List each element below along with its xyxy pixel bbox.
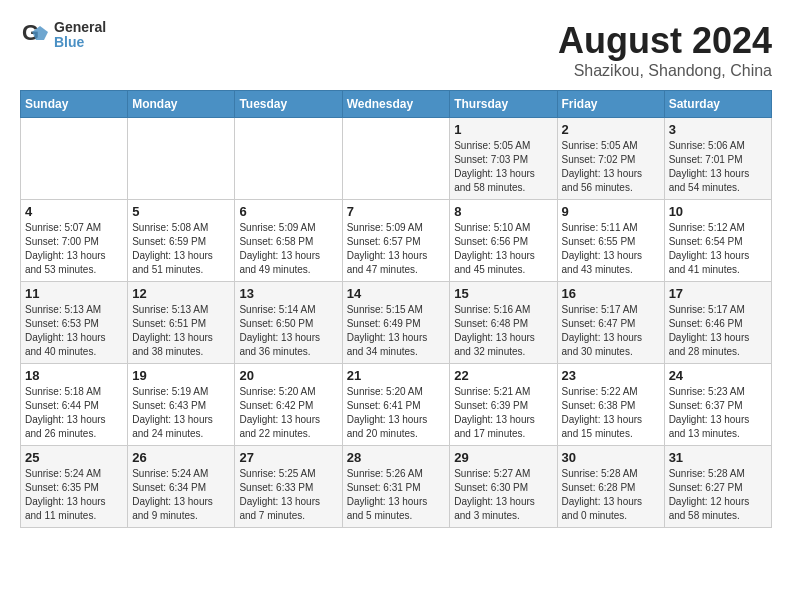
day-number: 9 [562, 204, 660, 219]
calendar-cell: 28Sunrise: 5:26 AM Sunset: 6:31 PM Dayli… [342, 446, 450, 528]
cell-content: Sunrise: 5:19 AM Sunset: 6:43 PM Dayligh… [132, 385, 230, 441]
cell-content: Sunrise: 5:17 AM Sunset: 6:46 PM Dayligh… [669, 303, 767, 359]
calendar-cell: 17Sunrise: 5:17 AM Sunset: 6:46 PM Dayli… [664, 282, 771, 364]
cell-content: Sunrise: 5:12 AM Sunset: 6:54 PM Dayligh… [669, 221, 767, 277]
calendar-cell: 13Sunrise: 5:14 AM Sunset: 6:50 PM Dayli… [235, 282, 342, 364]
weekday-header: Wednesday [342, 91, 450, 118]
logo-icon: G [20, 20, 50, 50]
weekday-header: Saturday [664, 91, 771, 118]
day-number: 25 [25, 450, 123, 465]
calendar-cell: 3Sunrise: 5:06 AM Sunset: 7:01 PM Daylig… [664, 118, 771, 200]
calendar-cell [21, 118, 128, 200]
calendar-cell: 7Sunrise: 5:09 AM Sunset: 6:57 PM Daylig… [342, 200, 450, 282]
day-number: 3 [669, 122, 767, 137]
day-number: 17 [669, 286, 767, 301]
weekday-header: Thursday [450, 91, 557, 118]
day-number: 13 [239, 286, 337, 301]
day-number: 14 [347, 286, 446, 301]
cell-content: Sunrise: 5:06 AM Sunset: 7:01 PM Dayligh… [669, 139, 767, 195]
logo-line1: General [54, 20, 106, 35]
day-number: 27 [239, 450, 337, 465]
day-number: 19 [132, 368, 230, 383]
day-number: 30 [562, 450, 660, 465]
day-number: 16 [562, 286, 660, 301]
cell-content: Sunrise: 5:24 AM Sunset: 6:34 PM Dayligh… [132, 467, 230, 523]
calendar-week: 11Sunrise: 5:13 AM Sunset: 6:53 PM Dayli… [21, 282, 772, 364]
calendar-cell: 10Sunrise: 5:12 AM Sunset: 6:54 PM Dayli… [664, 200, 771, 282]
calendar-cell: 30Sunrise: 5:28 AM Sunset: 6:28 PM Dayli… [557, 446, 664, 528]
cell-content: Sunrise: 5:20 AM Sunset: 6:41 PM Dayligh… [347, 385, 446, 441]
cell-content: Sunrise: 5:17 AM Sunset: 6:47 PM Dayligh… [562, 303, 660, 359]
calendar-cell: 6Sunrise: 5:09 AM Sunset: 6:58 PM Daylig… [235, 200, 342, 282]
day-number: 7 [347, 204, 446, 219]
cell-content: Sunrise: 5:15 AM Sunset: 6:49 PM Dayligh… [347, 303, 446, 359]
day-number: 24 [669, 368, 767, 383]
calendar-cell: 26Sunrise: 5:24 AM Sunset: 6:34 PM Dayli… [128, 446, 235, 528]
cell-content: Sunrise: 5:26 AM Sunset: 6:31 PM Dayligh… [347, 467, 446, 523]
calendar-cell: 27Sunrise: 5:25 AM Sunset: 6:33 PM Dayli… [235, 446, 342, 528]
day-number: 28 [347, 450, 446, 465]
day-number: 29 [454, 450, 552, 465]
calendar-cell: 18Sunrise: 5:18 AM Sunset: 6:44 PM Dayli… [21, 364, 128, 446]
cell-content: Sunrise: 5:23 AM Sunset: 6:37 PM Dayligh… [669, 385, 767, 441]
day-number: 4 [25, 204, 123, 219]
calendar-cell: 12Sunrise: 5:13 AM Sunset: 6:51 PM Dayli… [128, 282, 235, 364]
cell-content: Sunrise: 5:09 AM Sunset: 6:58 PM Dayligh… [239, 221, 337, 277]
cell-content: Sunrise: 5:10 AM Sunset: 6:56 PM Dayligh… [454, 221, 552, 277]
cell-content: Sunrise: 5:13 AM Sunset: 6:51 PM Dayligh… [132, 303, 230, 359]
calendar-cell: 4Sunrise: 5:07 AM Sunset: 7:00 PM Daylig… [21, 200, 128, 282]
weekday-header: Monday [128, 91, 235, 118]
calendar-cell: 5Sunrise: 5:08 AM Sunset: 6:59 PM Daylig… [128, 200, 235, 282]
calendar-cell: 9Sunrise: 5:11 AM Sunset: 6:55 PM Daylig… [557, 200, 664, 282]
calendar-cell: 1Sunrise: 5:05 AM Sunset: 7:03 PM Daylig… [450, 118, 557, 200]
cell-content: Sunrise: 5:07 AM Sunset: 7:00 PM Dayligh… [25, 221, 123, 277]
day-number: 31 [669, 450, 767, 465]
day-number: 5 [132, 204, 230, 219]
calendar-cell: 22Sunrise: 5:21 AM Sunset: 6:39 PM Dayli… [450, 364, 557, 446]
location: Shazikou, Shandong, China [558, 62, 772, 80]
cell-content: Sunrise: 5:11 AM Sunset: 6:55 PM Dayligh… [562, 221, 660, 277]
month-year: August 2024 [558, 20, 772, 62]
cell-content: Sunrise: 5:28 AM Sunset: 6:28 PM Dayligh… [562, 467, 660, 523]
logo-text: General Blue [54, 20, 106, 51]
calendar-cell: 15Sunrise: 5:16 AM Sunset: 6:48 PM Dayli… [450, 282, 557, 364]
day-number: 15 [454, 286, 552, 301]
day-number: 12 [132, 286, 230, 301]
cell-content: Sunrise: 5:05 AM Sunset: 7:03 PM Dayligh… [454, 139, 552, 195]
calendar-cell: 8Sunrise: 5:10 AM Sunset: 6:56 PM Daylig… [450, 200, 557, 282]
calendar-cell: 2Sunrise: 5:05 AM Sunset: 7:02 PM Daylig… [557, 118, 664, 200]
calendar-cell: 31Sunrise: 5:28 AM Sunset: 6:27 PM Dayli… [664, 446, 771, 528]
day-number: 23 [562, 368, 660, 383]
cell-content: Sunrise: 5:16 AM Sunset: 6:48 PM Dayligh… [454, 303, 552, 359]
weekday-header: Sunday [21, 91, 128, 118]
calendar-week: 4Sunrise: 5:07 AM Sunset: 7:00 PM Daylig… [21, 200, 772, 282]
day-number: 11 [25, 286, 123, 301]
calendar-cell: 16Sunrise: 5:17 AM Sunset: 6:47 PM Dayli… [557, 282, 664, 364]
calendar: SundayMondayTuesdayWednesdayThursdayFrid… [20, 90, 772, 528]
calendar-cell [342, 118, 450, 200]
cell-content: Sunrise: 5:20 AM Sunset: 6:42 PM Dayligh… [239, 385, 337, 441]
cell-content: Sunrise: 5:14 AM Sunset: 6:50 PM Dayligh… [239, 303, 337, 359]
cell-content: Sunrise: 5:25 AM Sunset: 6:33 PM Dayligh… [239, 467, 337, 523]
calendar-cell: 11Sunrise: 5:13 AM Sunset: 6:53 PM Dayli… [21, 282, 128, 364]
logo: G General Blue [20, 20, 106, 51]
calendar-cell: 21Sunrise: 5:20 AM Sunset: 6:41 PM Dayli… [342, 364, 450, 446]
calendar-cell [128, 118, 235, 200]
calendar-cell: 14Sunrise: 5:15 AM Sunset: 6:49 PM Dayli… [342, 282, 450, 364]
calendar-body: 1Sunrise: 5:05 AM Sunset: 7:03 PM Daylig… [21, 118, 772, 528]
calendar-week: 25Sunrise: 5:24 AM Sunset: 6:35 PM Dayli… [21, 446, 772, 528]
day-number: 18 [25, 368, 123, 383]
cell-content: Sunrise: 5:08 AM Sunset: 6:59 PM Dayligh… [132, 221, 230, 277]
cell-content: Sunrise: 5:21 AM Sunset: 6:39 PM Dayligh… [454, 385, 552, 441]
calendar-cell: 25Sunrise: 5:24 AM Sunset: 6:35 PM Dayli… [21, 446, 128, 528]
cell-content: Sunrise: 5:18 AM Sunset: 6:44 PM Dayligh… [25, 385, 123, 441]
page-header: G General Blue August 2024 Shazikou, Sha… [20, 20, 772, 80]
day-number: 2 [562, 122, 660, 137]
calendar-header: SundayMondayTuesdayWednesdayThursdayFrid… [21, 91, 772, 118]
day-number: 10 [669, 204, 767, 219]
calendar-cell: 29Sunrise: 5:27 AM Sunset: 6:30 PM Dayli… [450, 446, 557, 528]
weekday-header: Tuesday [235, 91, 342, 118]
cell-content: Sunrise: 5:05 AM Sunset: 7:02 PM Dayligh… [562, 139, 660, 195]
day-number: 8 [454, 204, 552, 219]
calendar-cell: 20Sunrise: 5:20 AM Sunset: 6:42 PM Dayli… [235, 364, 342, 446]
